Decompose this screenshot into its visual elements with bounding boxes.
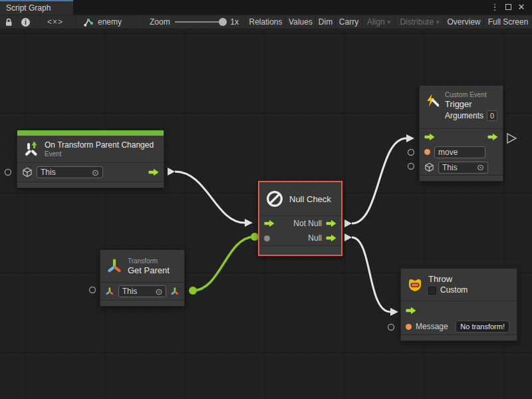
graph-name-cell[interactable]: enemy bbox=[76, 15, 143, 29]
graph-toolbar: i <×> enemy Zoom 1x Relations Values Dim… bbox=[0, 15, 532, 29]
node-get-parent[interactable]: Transform Get Parent This ⊙ bbox=[100, 249, 185, 307]
event-node-footer bbox=[17, 182, 164, 188]
port-event-this-in[interactable] bbox=[5, 170, 11, 176]
trigger-flow-in-arrow[interactable] bbox=[424, 133, 435, 141]
throw-node-footer bbox=[401, 334, 517, 340]
trigger-node-category: Custom Event bbox=[445, 91, 497, 99]
nullcheck-value-in-dot[interactable] bbox=[264, 235, 270, 241]
throw-message-input[interactable]: No transform! bbox=[456, 321, 509, 332]
toolbar-button-values[interactable]: Values bbox=[286, 15, 316, 29]
maximize-icon[interactable] bbox=[503, 2, 513, 13]
transform-port-icon[interactable] bbox=[105, 287, 114, 296]
zoom-slider[interactable] bbox=[175, 21, 226, 23]
maximize-box bbox=[505, 4, 511, 10]
wire-getparent-to-nullcheck[interactable] bbox=[193, 237, 255, 291]
edit-graph-button[interactable]: <×> bbox=[35, 15, 76, 29]
throw-message-value: No transform! bbox=[460, 323, 505, 331]
port-trigger-flow-out[interactable] bbox=[507, 134, 516, 143]
event-node-header: On Transform Parent Changed Event bbox=[17, 136, 164, 162]
nullcheck-notnull-row: Not Null bbox=[259, 216, 341, 231]
trigger-node-footer bbox=[420, 175, 503, 181]
trigger-this-field[interactable]: This ⊙ bbox=[438, 162, 488, 174]
trigger-target-picker-icon[interactable]: ⊙ bbox=[477, 163, 484, 172]
close-icon[interactable]: ✕ bbox=[516, 2, 527, 13]
custom-event-icon bbox=[425, 91, 440, 110]
info-button[interactable]: i bbox=[17, 15, 35, 29]
toolbar-button-distribute[interactable]: Distribute ▾ bbox=[396, 15, 444, 29]
port-nullcheck-null-out[interactable] bbox=[344, 233, 352, 241]
port-nullcheck-flow-in[interactable] bbox=[245, 219, 253, 227]
lock-button[interactable] bbox=[0, 15, 17, 29]
toolbar-button-align[interactable]: Align ▾ bbox=[362, 15, 396, 29]
event-target-picker-icon[interactable]: ⊙ bbox=[92, 168, 99, 177]
throw-message-dot[interactable] bbox=[406, 324, 412, 330]
event-this-field[interactable]: This ⊙ bbox=[37, 166, 103, 178]
getparent-this-value: This bbox=[122, 287, 138, 296]
values-label: Values bbox=[289, 17, 313, 27]
throw-node-header: Throw Custom bbox=[401, 269, 517, 301]
trigger-arguments-input[interactable]: 0 bbox=[487, 110, 497, 121]
toolbar-button-overview[interactable]: Overview bbox=[444, 15, 484, 29]
nullcheck-node-title: Null Check bbox=[289, 194, 331, 204]
toolbar-button-carry[interactable]: Carry bbox=[336, 15, 362, 29]
tab-title: Script Graph bbox=[6, 3, 51, 13]
getparent-target-picker-icon[interactable]: ⊙ bbox=[155, 287, 162, 296]
trigger-cube-icon bbox=[424, 162, 434, 172]
trigger-name-dot[interactable] bbox=[424, 149, 430, 155]
node-on-transform-parent-changed[interactable]: On Transform Parent Changed Event This ⊙ bbox=[17, 130, 164, 188]
zoom-value: 1x bbox=[230, 17, 239, 27]
wire-null-to-throw[interactable] bbox=[352, 237, 390, 312]
distribute-label: Distribute bbox=[400, 17, 434, 27]
port-getparent-value-out[interactable] bbox=[189, 287, 197, 295]
dim-label: Dim bbox=[319, 17, 332, 27]
zoom-slider-handle[interactable] bbox=[219, 18, 227, 26]
trigger-name-input[interactable]: move bbox=[434, 146, 485, 158]
trigger-name-row: move bbox=[420, 144, 503, 160]
node-null-check[interactable]: Null Check Not Null Null bbox=[258, 181, 342, 256]
port-throw-flow-in[interactable] bbox=[390, 308, 398, 316]
window-controls: ⋮ ✕ bbox=[489, 0, 532, 15]
toolbar-button-dim[interactable]: Dim bbox=[316, 15, 336, 29]
port-trigger-this-in[interactable] bbox=[408, 164, 414, 170]
trigger-flow-row bbox=[420, 129, 503, 144]
nullcheck-node-header: Null Check bbox=[259, 182, 341, 215]
getparent-this-row: This ⊙ bbox=[100, 283, 184, 300]
nullcheck-null-arrow[interactable] bbox=[326, 234, 336, 242]
transform-out-icon[interactable] bbox=[170, 287, 180, 296]
trigger-name-value: move bbox=[438, 148, 458, 157]
event-node-title: On Transform Parent Changed bbox=[45, 140, 154, 150]
node-trigger-custom-event[interactable]: Custom Event Trigger Arguments 0 bbox=[419, 85, 503, 182]
menu-icon[interactable]: ⋮ bbox=[489, 2, 500, 13]
trigger-node-title: Trigger bbox=[445, 99, 497, 109]
port-event-flow-out[interactable] bbox=[168, 168, 175, 176]
wire-event-to-nullcheck[interactable] bbox=[175, 172, 245, 223]
transform-icon bbox=[106, 257, 123, 275]
throw-node-title: Throw bbox=[428, 274, 467, 284]
nullcheck-null-label: Null bbox=[308, 233, 322, 243]
node-throw[interactable]: Throw Custom Message No transform! bbox=[400, 268, 517, 341]
event-flow-out-arrow[interactable] bbox=[148, 168, 159, 176]
port-trigger-flow-in[interactable] bbox=[406, 134, 414, 142]
tab-script-graph[interactable]: Script Graph bbox=[0, 0, 73, 15]
relations-label: Relations bbox=[249, 17, 282, 27]
align-label: Align bbox=[367, 17, 385, 27]
throw-custom-checkbox[interactable] bbox=[428, 287, 436, 295]
graph-canvas[interactable]: On Transform Parent Changed Event This ⊙ bbox=[0, 29, 532, 399]
trigger-flow-out-arrow[interactable] bbox=[487, 133, 498, 141]
toolbar-button-fullscreen[interactable]: Full Screen bbox=[484, 15, 532, 29]
port-throw-message-in[interactable] bbox=[388, 325, 394, 331]
getparent-this-field[interactable]: This ⊙ bbox=[118, 285, 167, 297]
port-nullcheck-notnull-out[interactable] bbox=[344, 219, 352, 227]
throw-flow-in-arrow[interactable] bbox=[406, 307, 416, 315]
port-trigger-name-in[interactable] bbox=[408, 150, 414, 156]
nullcheck-flow-in-arrow[interactable] bbox=[264, 219, 275, 227]
wire-notnull-to-trigger[interactable] bbox=[352, 138, 406, 223]
carry-label: Carry bbox=[339, 17, 358, 27]
getparent-node-title: Get Parent bbox=[128, 265, 170, 275]
event-node-subtitle: Event bbox=[45, 150, 154, 158]
trigger-arguments-label: Arguments bbox=[445, 111, 483, 121]
port-getparent-this-in[interactable] bbox=[90, 287, 96, 293]
nullcheck-notnull-arrow[interactable] bbox=[326, 219, 336, 227]
zoom-label: Zoom bbox=[150, 17, 170, 27]
toolbar-button-relations[interactable]: Relations bbox=[246, 15, 286, 29]
